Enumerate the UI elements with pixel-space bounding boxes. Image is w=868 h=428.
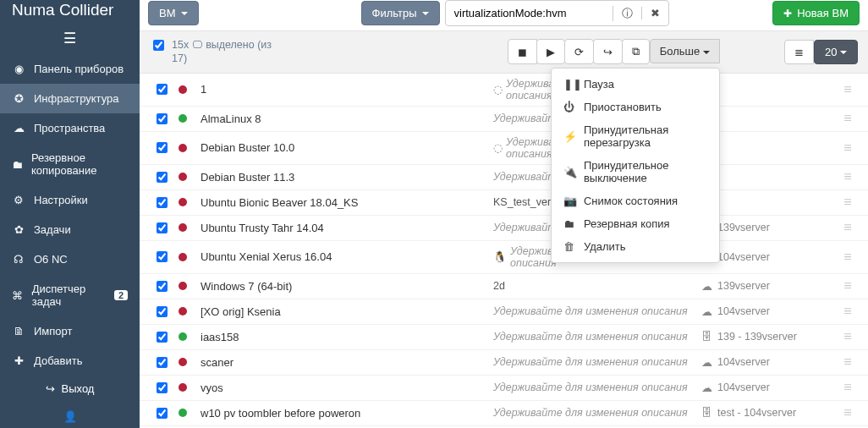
row-checkbox[interactable] [153, 197, 171, 208]
filter-input[interactable] [446, 7, 613, 19]
vm-name[interactable]: w10 pv toombler before poweron [201, 407, 488, 420]
dropdown-item[interactable]: ⏻Приостановить [552, 96, 719, 118]
table-row[interactable]: AlmaLinux 8Удерживайте для изменения опи… [140, 107, 868, 132]
vm-host[interactable]: 🗄139 - 139vserver [701, 331, 832, 343]
vm-description[interactable]: Удерживайте для изменения описания [493, 407, 696, 419]
drag-handle[interactable]: ≡ [838, 169, 858, 184]
vm-host[interactable]: ☁104vserver [701, 305, 832, 318]
sidebar-item[interactable]: ⚙Настройки [0, 185, 140, 215]
vm-name[interactable]: Debian Buster 11.3 [201, 171, 488, 184]
table-row[interactable]: Ubuntu Trusty Tahr 14.04Удерживайте для … [140, 216, 868, 241]
table-row[interactable]: 1◌Удерживайте для изменения описания≡ [140, 74, 868, 107]
drag-handle[interactable]: ≡ [838, 111, 858, 126]
vm-name[interactable]: AlmaLinux 8 [201, 112, 488, 125]
row-checkbox[interactable] [153, 357, 171, 368]
vm-name[interactable]: Debian Buster 10.0 [201, 141, 488, 154]
vm-name[interactable]: Ubuntu Xenial Xerus 16.04 [201, 250, 488, 263]
vm-host[interactable]: ☁139vserver [701, 280, 832, 293]
grid-view-button[interactable]: ≣ [784, 40, 814, 64]
vm-host[interactable]: ☁104vserver [701, 250, 832, 263]
vm-host[interactable]: ☁139vserver [701, 222, 832, 234]
drag-handle[interactable]: ≡ [838, 329, 858, 344]
drag-handle[interactable]: ≡ [838, 140, 858, 156]
filter-clear-icon[interactable]: ✖ [641, 7, 668, 19]
sidebar-item[interactable]: 🖿Резервное копирование [0, 143, 140, 185]
row-checkbox[interactable] [153, 113, 171, 124]
sidebar-item[interactable]: ☁Пространства [0, 113, 140, 143]
drag-handle[interactable]: ≡ [838, 405, 858, 420]
row-checkbox[interactable] [153, 306, 171, 317]
row-checkbox[interactable] [153, 222, 171, 233]
sidebar-item[interactable]: 🗎Импорт [0, 316, 140, 346]
sidebar-exit[interactable]: ↪ Выход [0, 376, 140, 402]
vm-description[interactable]: Удерживайте для изменения описания [493, 356, 696, 368]
vm-description[interactable]: 2d [493, 280, 696, 292]
filter-info-icon[interactable]: ⓘ [613, 6, 641, 21]
vm-name[interactable]: Ubuntu Trusty Tahr 14.04 [201, 222, 488, 234]
sidebar-item[interactable]: ✪Инфраструктура [0, 84, 140, 113]
table-row[interactable]: [XO orig] KseniaУдерживайте для изменени… [140, 299, 868, 325]
table-row[interactable]: iaas158Удерживайте для изменения описани… [140, 325, 868, 350]
vm-description[interactable]: Удерживайте для изменения описания [493, 305, 696, 317]
vm-description[interactable]: Удерживайте для изменения описания [493, 331, 696, 343]
new-vm-button[interactable]: Новая ВМ [772, 1, 860, 25]
table-row[interactable]: Debian Buster 11.3Удерживайте для измене… [140, 165, 868, 190]
vm-dropdown-button[interactable]: ВМ [148, 1, 199, 25]
reload-button[interactable]: ⟳ [564, 39, 594, 64]
dropdown-item[interactable]: 📷Снимок состояния [552, 189, 719, 212]
vm-host[interactable]: ☁104vserver [701, 356, 832, 369]
sidebar-item[interactable]: ✿Задачи [0, 215, 140, 244]
sidebar-item[interactable]: ⌘Диспетчер задач2 [0, 274, 140, 316]
drag-handle[interactable]: ≡ [838, 250, 858, 265]
play-button[interactable]: ▶ [536, 39, 565, 64]
drag-handle[interactable]: ≡ [838, 220, 858, 235]
drag-handle[interactable]: ≡ [838, 82, 858, 97]
dropdown-item[interactable]: 🗑Удалить [552, 235, 719, 258]
sidebar-item[interactable]: ☊О6 NC [0, 244, 140, 274]
drag-handle[interactable]: ≡ [838, 304, 858, 319]
table-row[interactable]: vyosУдерживайте для изменения описания☁1… [140, 376, 868, 401]
dropdown-item[interactable]: 🖿Резервная копия [552, 212, 719, 235]
row-checkbox[interactable] [153, 332, 171, 343]
table-row[interactable]: Windows 7 (64-bit)2d☁139vserver≡ [140, 274, 868, 299]
dropdown-item[interactable]: ❚❚Пауза [552, 73, 719, 96]
vm-host[interactable]: 🗄test - 104vserver [701, 407, 832, 419]
drag-handle[interactable]: ≡ [838, 195, 858, 210]
vm-name[interactable]: [XO orig] Ksenia [201, 305, 488, 318]
vm-name[interactable]: 1 [201, 83, 488, 96]
row-checkbox[interactable] [153, 84, 171, 95]
vm-host[interactable]: ☁104vserver [701, 381, 832, 394]
row-checkbox[interactable] [153, 408, 171, 419]
row-checkbox[interactable] [153, 382, 171, 393]
table-row[interactable]: Debian Buster 10.0◌Удерживайте для измен… [140, 132, 868, 165]
sidebar-item[interactable]: ◉Панель приборов [0, 54, 140, 84]
stop-button[interactable]: ◼ [508, 39, 537, 64]
more-button[interactable]: Больше [650, 39, 720, 63]
row-checkbox[interactable] [153, 142, 171, 153]
dropdown-item[interactable]: 🔌Принудительное выключение [552, 154, 719, 189]
page-size-button[interactable]: 20 [814, 40, 858, 64]
vm-name[interactable]: iaas158 [201, 331, 488, 343]
row-checkbox[interactable] [153, 251, 171, 262]
dropdown-item[interactable]: ⚡Принудительная перезагрузка [552, 118, 719, 154]
filters-dropdown-button[interactable]: Фильтры [361, 1, 440, 25]
migrate-button[interactable]: ↪ [593, 39, 623, 64]
vm-description[interactable]: Удерживайте для изменения описания [493, 381, 696, 393]
sidebar-toggle[interactable]: ☰ [0, 28, 140, 54]
drag-handle[interactable]: ≡ [838, 354, 858, 370]
table-row[interactable]: Ubuntu Bionic Beaver 18.04_KSKS_test_ver… [140, 190, 868, 216]
row-checkbox[interactable] [153, 281, 171, 292]
copy-button[interactable]: ⧉ [622, 39, 650, 64]
table-row[interactable]: Ubuntu Xenial Xerus 16.04🐧Удерживайте дл… [140, 241, 868, 274]
vm-name[interactable]: Windows 7 (64-bit) [201, 280, 488, 293]
select-all-checkbox[interactable] [153, 40, 164, 51]
drag-handle[interactable]: ≡ [838, 278, 858, 294]
vm-name[interactable]: vyos [201, 381, 488, 394]
vm-name[interactable]: Ubuntu Bionic Beaver 18.04_KS [201, 196, 488, 209]
table-row[interactable]: scanerУдерживайте для изменения описания… [140, 350, 868, 376]
sidebar-user[interactable]: 👤 [0, 402, 140, 428]
row-checkbox[interactable] [153, 172, 171, 183]
drag-handle[interactable]: ≡ [838, 380, 858, 395]
table-row[interactable]: w10 pv toombler before poweronУдерживайт… [140, 401, 868, 426]
sidebar-item[interactable]: ✚Добавить [0, 346, 140, 376]
